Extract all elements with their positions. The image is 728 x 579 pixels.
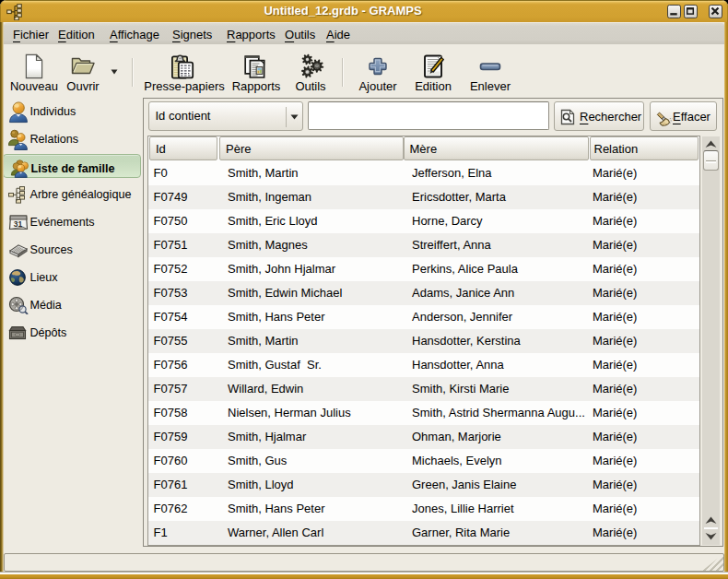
svg-text:31: 31 — [14, 219, 23, 229]
